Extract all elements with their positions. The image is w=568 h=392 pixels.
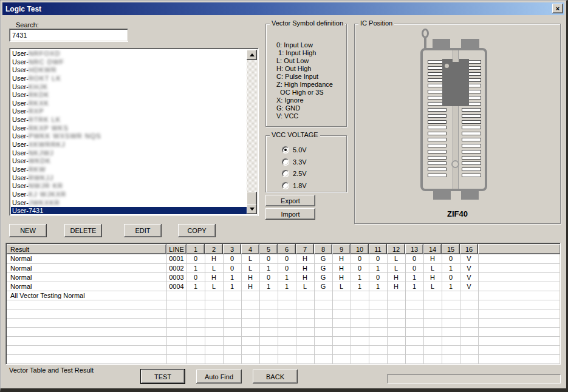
list-item[interactable]: User-RKXP WKS	[11, 124, 247, 133]
scroll-thumb[interactable]	[247, 192, 257, 205]
list-item[interactable]: User-KHJK	[11, 83, 247, 92]
vector-row[interactable]: Normal00030H1H01HGH10H1H0V	[7, 272, 561, 282]
column-header-pin[interactable]: 13	[405, 244, 423, 254]
cell-pin	[405, 300, 423, 309]
list-item[interactable]: User-NRFOXD	[11, 50, 247, 58]
vector-row[interactable]: Normal00041L1H11LGL11H1L1V	[7, 282, 561, 291]
device-list[interactable]: User-NRFOXDUser-NRC DWFUser-HDKWRUser-RO…	[9, 48, 259, 216]
empty-row[interactable]	[7, 309, 561, 318]
vector-row[interactable]: Normal00010H0L00HGH00L0H0V	[7, 254, 561, 263]
cell-pin: L	[241, 254, 259, 263]
vcc-option-5.0V[interactable]: 5.0V	[282, 146, 307, 154]
cell-line	[166, 336, 186, 345]
cell-pin: 0	[351, 254, 369, 263]
column-header-pin[interactable]: 16	[460, 244, 478, 254]
empty-row[interactable]	[7, 300, 561, 309]
column-header-pin[interactable]: 7	[296, 244, 314, 254]
empty-row[interactable]	[7, 336, 561, 345]
cell-pin	[205, 336, 223, 345]
vcc-option-1.8V[interactable]: 1.8V	[282, 181, 307, 190]
list-item[interactable]: User-NWJR KR	[11, 182, 247, 191]
cell-pin: H	[241, 282, 259, 291]
cell-pin	[186, 291, 205, 300]
column-header-pin[interactable]: 11	[369, 244, 387, 254]
list-item[interactable]: User-HDKWR	[11, 66, 247, 75]
list-item[interactable]: User-JWKXKR	[11, 199, 247, 208]
column-header-pin[interactable]: 14	[423, 244, 442, 254]
cell-pin	[369, 354, 387, 363]
import-button[interactable]: Import	[265, 208, 315, 220]
list-item[interactable]: User-RKXK	[11, 100, 247, 108]
column-header-line[interactable]: LINE	[166, 244, 186, 254]
cell-filler	[478, 318, 561, 327]
device-list-scrollbar[interactable]	[247, 50, 257, 214]
list-item[interactable]: User-RWKJJ	[11, 174, 247, 183]
vector-symbol-line: C: Pulse Input	[276, 73, 333, 81]
new-button[interactable]: NEW	[9, 224, 47, 237]
test-button[interactable]: TEST	[140, 369, 185, 384]
close-button[interactable]: ×	[552, 4, 563, 13]
column-header-pin[interactable]: 5	[259, 244, 278, 254]
socket-pin-slot	[462, 156, 481, 160]
column-header-pin[interactable]: 10	[351, 244, 369, 254]
cell-pin	[387, 345, 405, 354]
column-header-pin[interactable]: 3	[223, 244, 241, 254]
scroll-up-button[interactable]	[247, 50, 257, 60]
empty-row[interactable]	[7, 327, 561, 336]
list-item[interactable]: User-KJ WJKXR	[11, 191, 247, 199]
list-item[interactable]: User-XKWRRKJ	[11, 141, 247, 149]
column-header-pin[interactable]: 12	[387, 244, 405, 254]
cell-line	[166, 327, 186, 336]
cell-pin	[314, 309, 332, 318]
vector-row[interactable]: Normal00021L0L10HGH01L0L1V	[7, 263, 561, 272]
column-header-pin[interactable]: 1	[186, 244, 205, 254]
socket-pin-slot	[462, 114, 481, 118]
empty-row[interactable]	[7, 345, 561, 354]
empty-row[interactable]	[7, 354, 561, 363]
cell-pin: V	[460, 254, 478, 263]
cell-pin	[278, 318, 296, 327]
column-header-pin[interactable]: 6	[278, 244, 296, 254]
list-item[interactable]: User-WKDK	[11, 157, 247, 166]
column-header-pin[interactable]: 8	[314, 244, 332, 254]
cell-pin	[259, 300, 278, 309]
cell-pin	[351, 345, 369, 354]
list-item[interactable]: User-NKJWJ	[11, 149, 247, 158]
cell-pin	[241, 318, 259, 327]
list-item[interactable]: User-ROKT LK	[11, 75, 247, 83]
vcc-option-2.5V[interactable]: 2.5V	[282, 169, 307, 178]
column-header-pin[interactable]: 9	[332, 244, 351, 254]
list-item-prefix: User-	[12, 75, 29, 82]
cell-line	[166, 309, 186, 318]
copy-button[interactable]: COPY	[178, 224, 216, 237]
column-header-pin[interactable]: 15	[442, 244, 460, 254]
cell-result	[7, 336, 166, 345]
list-item[interactable]: User-PWKK WXSWR NQS	[11, 132, 247, 141]
column-header-result[interactable]: Result	[7, 244, 166, 254]
vcc-option-3.3V[interactable]: 3.3V	[282, 158, 307, 166]
scroll-down-button[interactable]	[247, 204, 257, 214]
search-input[interactable]	[9, 29, 128, 42]
logic-test-dialog: Logic Test × Search: User-NRFOXDUser-NRC…	[0, 0, 568, 392]
list-item[interactable]: User-NRC DWF	[11, 58, 247, 67]
column-header-pin[interactable]: 2	[205, 244, 223, 254]
delete-button[interactable]: DELETE	[64, 224, 102, 237]
empty-row[interactable]	[7, 318, 561, 327]
list-item[interactable]: User-RTRK LK	[11, 116, 247, 124]
export-button[interactable]: Export	[265, 195, 315, 206]
column-header-pin[interactable]: 4	[241, 244, 259, 254]
list-item-prefix: User-	[12, 191, 29, 198]
back-button[interactable]: BACK	[253, 370, 298, 384]
cell-pin	[442, 318, 460, 327]
list-item[interactable]: User-RKW	[11, 166, 247, 174]
list-item[interactable]: User-RKDK	[11, 91, 247, 100]
list-item-masked-text: RWKJJ	[29, 174, 53, 181]
auto-find-button[interactable]: Auto Find	[196, 370, 242, 384]
edit-button[interactable]: EDIT	[124, 224, 162, 237]
list-item-selected[interactable]: User-7431	[11, 207, 247, 214]
summary-row[interactable]: All Vector Testing Normal	[7, 291, 561, 300]
list-item[interactable]: User-RXP	[11, 107, 247, 116]
cell-pin	[332, 318, 351, 327]
socket-pin-slot	[428, 174, 447, 177]
cell-pin	[405, 345, 423, 354]
